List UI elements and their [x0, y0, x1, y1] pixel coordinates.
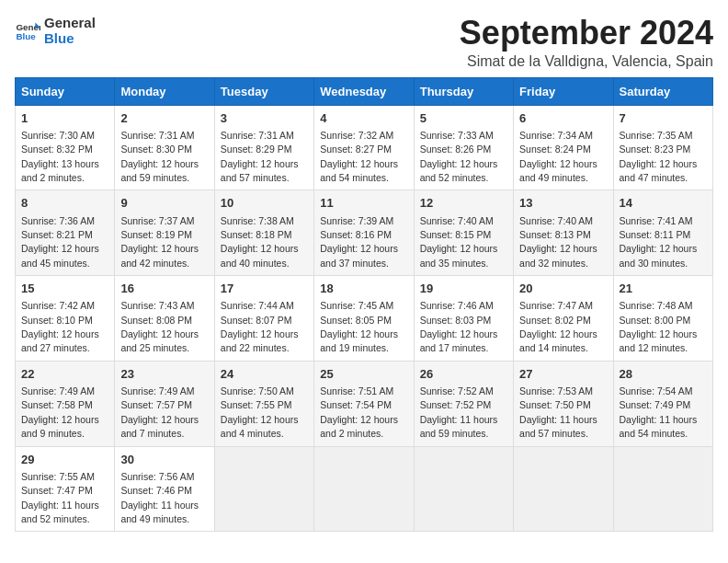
calendar-cell: 3 Sunrise: 7:31 AMSunset: 8:29 PMDayligh…	[214, 105, 313, 190]
calendar-cell: 13 Sunrise: 7:40 AMSunset: 8:13 PMDaylig…	[514, 190, 613, 276]
day-number: 18	[320, 281, 407, 297]
day-header-thursday: Thursday	[414, 77, 513, 105]
day-info: Sunrise: 7:40 AMSunset: 8:15 PMDaylight:…	[420, 215, 498, 269]
day-number: 3	[221, 110, 308, 127]
day-info: Sunrise: 7:31 AMSunset: 8:30 PMDaylight:…	[120, 130, 199, 183]
calendar-cell: 4 Sunrise: 7:32 AMSunset: 8:27 PMDayligh…	[314, 105, 414, 190]
logo-text: General	[44, 15, 96, 30]
day-info: Sunrise: 7:47 AMSunset: 8:02 PMDaylight:…	[519, 300, 597, 353]
calendar-cell	[514, 446, 613, 532]
day-info: Sunrise: 7:53 AMSunset: 7:50 PMDaylight:…	[519, 385, 597, 439]
day-number: 23	[120, 366, 208, 383]
day-number: 25	[320, 366, 407, 383]
day-number: 5	[420, 110, 507, 127]
calendar-cell	[613, 446, 712, 532]
calendar-week-4: 22 Sunrise: 7:49 AMSunset: 7:58 PMDaylig…	[16, 361, 713, 446]
day-info: Sunrise: 7:35 AMSunset: 8:23 PMDaylight:…	[620, 130, 698, 183]
day-info: Sunrise: 7:52 AMSunset: 7:52 PMDaylight:…	[420, 385, 498, 439]
day-info: Sunrise: 7:49 AMSunset: 7:58 PMDaylight:…	[21, 385, 99, 439]
calendar-cell: 12 Sunrise: 7:40 AMSunset: 8:15 PMDaylig…	[414, 190, 513, 276]
calendar-week-2: 8 Sunrise: 7:36 AMSunset: 8:21 PMDayligh…	[16, 190, 713, 276]
day-number: 17	[221, 281, 308, 297]
calendar-cell: 6 Sunrise: 7:34 AMSunset: 8:24 PMDayligh…	[514, 105, 613, 190]
day-info: Sunrise: 7:54 AMSunset: 7:49 PMDaylight:…	[620, 385, 698, 439]
day-number: 9	[120, 195, 208, 212]
day-number: 14	[620, 195, 707, 212]
day-number: 22	[21, 366, 108, 383]
day-info: Sunrise: 7:55 AMSunset: 7:47 PMDaylight:…	[21, 471, 99, 524]
day-number: 13	[519, 195, 607, 212]
day-number: 29	[21, 452, 108, 468]
title-area: September 2024 Simat de la Valldigna, Va…	[460, 15, 713, 70]
day-number: 8	[21, 195, 108, 212]
day-info: Sunrise: 7:41 AMSunset: 8:11 PMDaylight:…	[620, 215, 698, 269]
calendar-cell: 24 Sunrise: 7:50 AMSunset: 7:55 PMDaylig…	[214, 361, 313, 446]
calendar-cell: 30 Sunrise: 7:56 AMSunset: 7:46 PMDaylig…	[115, 446, 214, 532]
calendar-week-3: 15 Sunrise: 7:42 AMSunset: 8:10 PMDaylig…	[16, 276, 713, 362]
day-number: 20	[519, 281, 607, 297]
day-info: Sunrise: 7:37 AMSunset: 8:19 PMDaylight:…	[120, 215, 199, 269]
calendar-cell: 26 Sunrise: 7:52 AMSunset: 7:52 PMDaylig…	[414, 361, 513, 446]
calendar-cell: 9 Sunrise: 7:37 AMSunset: 8:19 PMDayligh…	[115, 190, 214, 276]
calendar-cell: 16 Sunrise: 7:43 AMSunset: 8:08 PMDaylig…	[115, 276, 214, 362]
calendar-cell: 15 Sunrise: 7:42 AMSunset: 8:10 PMDaylig…	[16, 276, 115, 362]
day-info: Sunrise: 7:44 AMSunset: 8:07 PMDaylight:…	[221, 300, 299, 353]
day-number: 10	[221, 195, 308, 212]
day-number: 28	[620, 366, 707, 383]
month-title: September 2024	[460, 15, 713, 52]
calendar-cell: 22 Sunrise: 7:49 AMSunset: 7:58 PMDaylig…	[16, 361, 115, 446]
day-info: Sunrise: 7:33 AMSunset: 8:26 PMDaylight:…	[420, 130, 498, 183]
calendar-cell: 19 Sunrise: 7:46 AMSunset: 8:03 PMDaylig…	[414, 276, 513, 362]
day-info: Sunrise: 7:31 AMSunset: 8:29 PMDaylight:…	[221, 130, 299, 183]
day-info: Sunrise: 7:40 AMSunset: 8:13 PMDaylight:…	[519, 215, 597, 269]
calendar-cell: 23 Sunrise: 7:49 AMSunset: 7:57 PMDaylig…	[115, 361, 214, 446]
day-number: 7	[620, 110, 707, 127]
day-number: 26	[420, 366, 507, 383]
calendar-cell: 10 Sunrise: 7:38 AMSunset: 8:18 PMDaylig…	[214, 190, 313, 276]
logo: General Blue General Blue	[15, 15, 96, 46]
calendar-cell: 2 Sunrise: 7:31 AMSunset: 8:30 PMDayligh…	[115, 105, 214, 190]
day-header-wednesday: Wednesday	[314, 77, 414, 105]
day-info: Sunrise: 7:42 AMSunset: 8:10 PMDaylight:…	[21, 300, 99, 353]
day-info: Sunrise: 7:38 AMSunset: 8:18 PMDaylight:…	[221, 215, 299, 269]
calendar-cell: 27 Sunrise: 7:53 AMSunset: 7:50 PMDaylig…	[514, 361, 613, 446]
day-info: Sunrise: 7:46 AMSunset: 8:03 PMDaylight:…	[420, 300, 498, 353]
day-number: 2	[120, 110, 208, 127]
svg-text:Blue: Blue	[16, 31, 36, 41]
calendar-cell: 21 Sunrise: 7:48 AMSunset: 8:00 PMDaylig…	[613, 276, 712, 362]
logo-subtext: Blue	[44, 30, 96, 46]
calendar-header-row: SundayMondayTuesdayWednesdayThursdayFrid…	[16, 77, 713, 105]
calendar-cell: 17 Sunrise: 7:44 AMSunset: 8:07 PMDaylig…	[214, 276, 313, 362]
day-header-monday: Monday	[115, 77, 214, 105]
calendar-cell	[414, 446, 513, 532]
day-number: 1	[21, 110, 108, 127]
calendar-table: SundayMondayTuesdayWednesdayThursdayFrid…	[15, 77, 713, 533]
day-info: Sunrise: 7:45 AMSunset: 8:05 PMDaylight:…	[320, 300, 398, 353]
day-number: 12	[420, 195, 507, 212]
logo-icon: General Blue	[15, 17, 40, 43]
day-info: Sunrise: 7:34 AMSunset: 8:24 PMDaylight:…	[519, 130, 597, 183]
day-info: Sunrise: 7:30 AMSunset: 8:32 PMDaylight:…	[21, 130, 99, 183]
day-info: Sunrise: 7:51 AMSunset: 7:54 PMDaylight:…	[320, 385, 398, 439]
calendar-cell: 11 Sunrise: 7:39 AMSunset: 8:16 PMDaylig…	[314, 190, 414, 276]
day-header-sunday: Sunday	[16, 77, 115, 105]
calendar-cell	[214, 446, 313, 532]
calendar-cell: 25 Sunrise: 7:51 AMSunset: 7:54 PMDaylig…	[314, 361, 414, 446]
calendar-week-1: 1 Sunrise: 7:30 AMSunset: 8:32 PMDayligh…	[16, 105, 713, 190]
day-info: Sunrise: 7:36 AMSunset: 8:21 PMDaylight:…	[21, 215, 99, 269]
day-info: Sunrise: 7:48 AMSunset: 8:00 PMDaylight:…	[620, 300, 698, 353]
calendar-week-5: 29 Sunrise: 7:55 AMSunset: 7:47 PMDaylig…	[16, 446, 713, 532]
calendar-cell: 29 Sunrise: 7:55 AMSunset: 7:47 PMDaylig…	[16, 446, 115, 532]
location: Simat de la Valldigna, Valencia, Spain	[460, 53, 713, 70]
day-number: 24	[221, 366, 308, 383]
day-number: 30	[120, 452, 208, 468]
day-number: 27	[519, 366, 607, 383]
header: General Blue General Blue September 2024…	[15, 15, 713, 70]
calendar-cell: 7 Sunrise: 7:35 AMSunset: 8:23 PMDayligh…	[613, 105, 712, 190]
day-number: 6	[519, 110, 607, 127]
day-info: Sunrise: 7:56 AMSunset: 7:46 PMDaylight:…	[120, 471, 199, 524]
day-number: 15	[21, 281, 108, 297]
calendar-cell: 1 Sunrise: 7:30 AMSunset: 8:32 PMDayligh…	[16, 105, 115, 190]
day-info: Sunrise: 7:49 AMSunset: 7:57 PMDaylight:…	[120, 385, 199, 439]
day-info: Sunrise: 7:39 AMSunset: 8:16 PMDaylight:…	[320, 215, 398, 269]
